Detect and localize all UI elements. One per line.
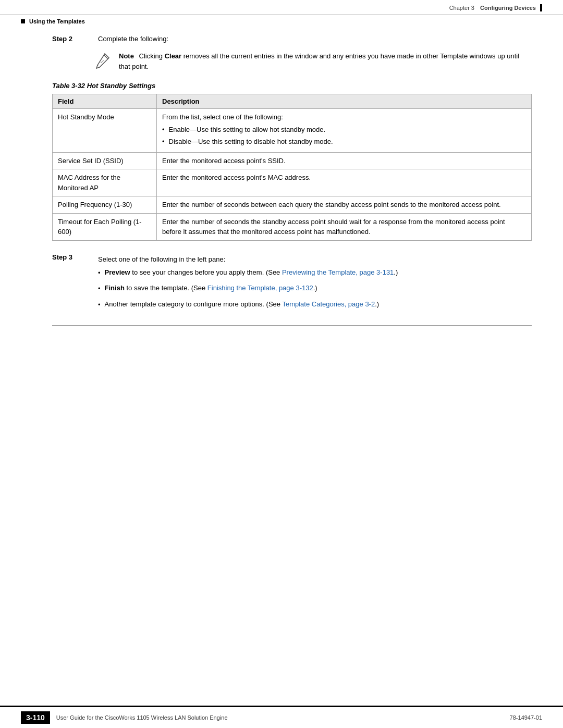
step3-bullet1: Preview to see your changes before you a…	[105, 267, 398, 278]
note-bold-word: Clear	[165, 52, 182, 60]
note-icon	[94, 51, 113, 70]
table-row: Polling Frequency (1-30) Enter the numbe…	[53, 196, 532, 214]
table-cell-field: Polling Frequency (1-30)	[53, 196, 157, 214]
bullet2-bold: Finish	[105, 284, 125, 292]
table-row: Hot Standby Mode From the list, select o…	[53, 109, 532, 153]
header-text: Chapter 3 Configuring Devices	[449, 5, 536, 11]
step3-bullet2: Finish to save the template. (See Finish…	[105, 283, 317, 293]
page-number: 3-110	[21, 711, 50, 724]
table-row: MAC Address for the Monitored AP Enter t…	[53, 169, 532, 196]
list-item: Another template category to configure m…	[98, 299, 398, 310]
table-cell-description: Enter the monitored access point's SSID.	[157, 152, 532, 169]
hot-standby-table: Field Description Hot Standby Mode From …	[52, 94, 532, 241]
footer-left: 3-110 User Guide for the CiscoWorks 1105…	[21, 711, 228, 724]
mode-bullet-list: Enable—Use this setting to allow hot sta…	[162, 122, 526, 147]
categories-link[interactable]: Template Categories, page 3-2	[282, 300, 375, 308]
table-cell-description: Enter the number of seconds between each…	[157, 196, 532, 214]
list-item: Preview to see your changes before you a…	[98, 267, 398, 278]
section-label: Using the Templates	[0, 15, 563, 24]
table-cell-field: Timeout for Each Polling (1-600)	[53, 213, 157, 240]
page: Chapter 3 Configuring Devices Using the …	[0, 0, 563, 728]
table-title: Table 3-32 Hot Standby Settings	[52, 82, 532, 90]
table-cell-description: Enter the number of seconds the standby …	[157, 213, 532, 240]
pencil-icon	[94, 52, 112, 69]
footer-doc-number: 78-14947-01	[510, 714, 542, 721]
step2-text: Complete the following:	[98, 35, 168, 43]
bullet1-end: .)	[394, 268, 398, 276]
step3-bullet-list: Preview to see your changes before you a…	[98, 263, 398, 310]
section-square-icon	[21, 19, 25, 23]
main-content: Step 2 Complete the following: Note Clic…	[0, 24, 563, 706]
bullet1-middle: to see your changes before you apply the…	[130, 268, 282, 276]
note-container: Note Clicking Clear removes all the curr…	[94, 51, 532, 71]
list-item: Finish to save the template. (See Finish…	[98, 283, 398, 294]
table-cell-description: From the list, select one of the followi…	[157, 109, 532, 153]
table-cell-field: Service Set ID (SSID)	[53, 152, 157, 169]
note-text-before: Clicking	[139, 52, 165, 60]
list-item: Enable—Use this setting to allow hot sta…	[162, 125, 526, 135]
note-label: Note	[119, 52, 134, 60]
chapter-title: Configuring Devices	[480, 5, 536, 11]
bullet2-end: .)	[313, 284, 317, 292]
chapter-label: Chapter 3	[449, 5, 474, 11]
table-cell-field: Hot Standby Mode	[53, 109, 157, 153]
table-row: Timeout for Each Polling (1-600) Enter t…	[53, 213, 532, 240]
table-row: Service Set ID (SSID) Enter the monitore…	[53, 152, 532, 169]
bullet2-middle: to save the template. (See	[125, 284, 207, 292]
table-cell-field: MAC Address for the Monitored AP	[53, 169, 157, 196]
finishing-link[interactable]: Finishing the Template, page 3-132	[207, 284, 313, 292]
bullet3-start: Another template category to configure m…	[105, 300, 283, 308]
table-header-field: Field	[53, 94, 157, 109]
bullet3-end: .)	[375, 300, 379, 308]
step3-row: Step 3 Select one of the following in th…	[52, 253, 532, 315]
previewing-link[interactable]: Previewing the Template, page 3-131	[282, 268, 394, 276]
list-item: Disable—Use this setting to disable hot …	[162, 137, 526, 147]
step2-row: Step 2 Complete the following:	[52, 35, 532, 43]
note-content: Note Clicking Clear removes all the curr…	[119, 51, 532, 71]
header-bar	[540, 4, 542, 11]
bullet1-bold: Preview	[105, 268, 130, 276]
step3-bullet3: Another template category to configure m…	[105, 299, 380, 310]
step3-label: Step 3	[52, 253, 94, 261]
desc-intro: From the list, select one of the followi…	[162, 113, 283, 121]
content-divider	[52, 325, 532, 326]
page-header: Chapter 3 Configuring Devices	[0, 0, 563, 15]
table-cell-description: Enter the monitored access point's MAC a…	[157, 169, 532, 196]
section-label-text: Using the Templates	[29, 18, 85, 24]
table-header-description: Description	[157, 94, 532, 109]
step3-text: Select one of the following in the left …	[98, 255, 225, 263]
page-footer: 3-110 User Guide for the CiscoWorks 1105…	[0, 706, 563, 728]
footer-guide-text: User Guide for the CiscoWorks 1105 Wirel…	[56, 714, 228, 721]
step3-content: Select one of the following in the left …	[98, 255, 398, 315]
step2-label: Step 2	[52, 35, 94, 43]
